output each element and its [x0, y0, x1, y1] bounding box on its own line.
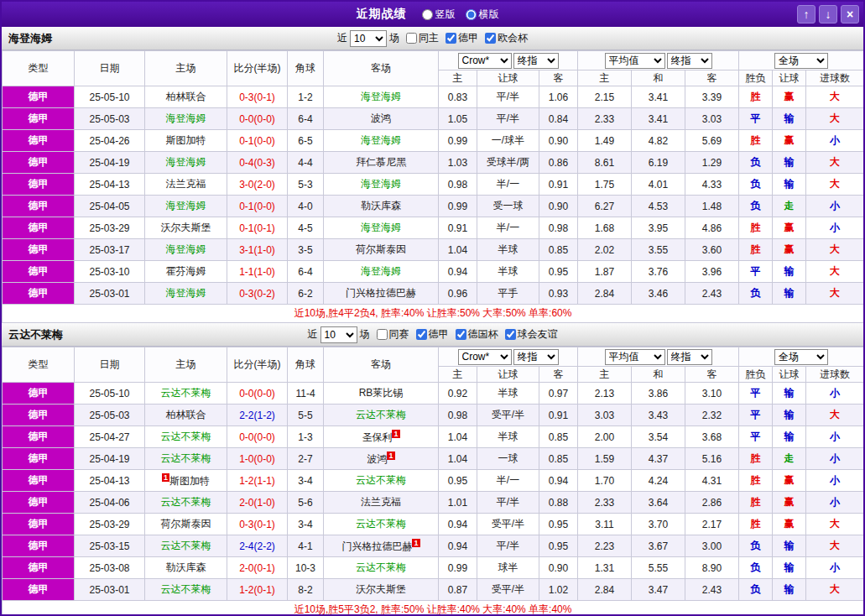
date-cell: 25-04-06: [75, 492, 145, 514]
match-row: 德甲25-03-01海登海姆0-3(0-2)6-2门兴格拉德巴赫0.96平手0.…: [3, 283, 864, 305]
home-team-cell: 沃尔夫斯堡: [145, 217, 227, 239]
home-odds-cell: 0.92: [439, 383, 477, 405]
team-name-text: 波鸿: [367, 453, 387, 465]
score-cell: 0-4(0-3): [227, 152, 288, 174]
league-cell: 德甲: [3, 217, 75, 239]
home-team-cell: 云达不莱梅: [145, 448, 227, 470]
avg-away-cell: 1.29: [685, 152, 739, 174]
corner-cell: 3-4: [288, 470, 324, 492]
section-header-row: 海登海姆近10场同主德甲欧会杯: [2, 27, 863, 50]
avg-type-select[interactable]: 平均值: [605, 53, 665, 69]
home-team-cell: 海登海姆: [145, 283, 227, 305]
checkbox-同主[interactable]: [406, 33, 417, 44]
checkbox-德国杯[interactable]: [456, 329, 466, 340]
date-cell: 25-03-01: [75, 283, 145, 305]
away-odds-cell: 0.86: [539, 152, 578, 174]
score-cell: 1-2(0-1): [227, 579, 288, 601]
layout-option-horizontal[interactable]: 横版: [466, 8, 499, 22]
league-cell: 德甲: [3, 283, 75, 305]
results-table: 类型日期主场比分(半场)角球客场Crow*终指平均值终指全场主让球客主和客胜负让…: [2, 50, 864, 323]
avg-away-cell: 2.17: [685, 514, 739, 535]
league-cell: 德甲: [3, 492, 75, 514]
goals-result-cell: 大: [806, 514, 864, 535]
avg-stage-select[interactable]: 终指: [667, 349, 712, 365]
handicap-cell: 半/一: [477, 217, 539, 239]
team-name-text: 云达不莱梅: [161, 431, 211, 442]
goals-result-cell: 大: [806, 579, 864, 601]
away-odds-cell: 0.98: [539, 217, 578, 239]
filter-checkbox-球会友谊[interactable]: 球会友谊: [505, 327, 558, 342]
goals-result-cell: 小: [806, 448, 864, 470]
team-name-text: 海登海姆: [166, 243, 206, 255]
home-team-cell: 云达不莱梅: [145, 426, 227, 448]
home-odds-cell: 0.91: [439, 217, 477, 239]
league-cell: 德甲: [3, 86, 75, 108]
match-row: 德甲25-03-10霍芬海姆1-1(1-0)6-4海登海姆0.94半球0.951…: [3, 261, 864, 283]
home-team-cell: 海登海姆: [145, 239, 227, 261]
away-team-cell: 法兰克福: [324, 492, 439, 514]
outcome-cell: 胜: [739, 514, 773, 535]
odds-stage-select[interactable]: 终指: [513, 349, 559, 365]
handicap-cell: 一/球半: [477, 130, 539, 152]
league-cell: 德甲: [3, 108, 75, 130]
checkbox-同赛[interactable]: [377, 329, 388, 340]
date-cell: 25-04-13: [75, 470, 145, 492]
goals-result-cell: 大: [806, 152, 864, 174]
odds-source-select[interactable]: Crow*: [458, 349, 512, 365]
checkbox-球会友谊[interactable]: [505, 329, 516, 340]
score-cell: 0-3(0-1): [227, 514, 288, 535]
sub-header: 主: [439, 367, 477, 383]
col-header: 客场: [324, 51, 439, 86]
filter-checkbox-德国杯[interactable]: 德国杯: [456, 327, 498, 342]
handicap-result-cell: 赢: [773, 130, 806, 152]
filter-checkbox-同赛[interactable]: 同赛: [377, 327, 409, 342]
result-scope-select[interactable]: 全场: [774, 349, 828, 365]
recent-count-select[interactable]: 10: [320, 326, 357, 343]
result-scope-select[interactable]: 全场: [774, 53, 828, 69]
outcome-cell: 平: [739, 261, 773, 283]
team-name-text: 沃尔夫斯堡: [356, 583, 406, 595]
layout-option-vertical[interactable]: 竖版: [422, 8, 456, 22]
home-team-cell: 柏林联合: [145, 405, 227, 426]
away-odds-cell: 0.84: [539, 108, 578, 130]
handicap-result-cell: 输: [773, 579, 806, 601]
avg-away-cell: 1.48: [685, 196, 739, 217]
layout-radio[interactable]: [466, 9, 477, 20]
odds-source-select[interactable]: Crow*: [458, 53, 512, 69]
close-icon[interactable]: ×: [841, 5, 859, 23]
near-label: 近: [308, 327, 318, 342]
league-cell: 德甲: [3, 383, 75, 405]
odds-stage-select[interactable]: 终指: [513, 53, 559, 69]
checkbox-德甲[interactable]: [416, 329, 427, 340]
team-name-text: 勒沃库森: [166, 561, 206, 573]
checkbox-欧会杯[interactable]: [485, 33, 496, 44]
team-name-text: 法兰克福: [166, 178, 206, 190]
titlebar: 近期战绩 竖版 横版 ↑ ↓ ×: [2, 2, 863, 27]
home-odds-cell: 0.96: [439, 283, 477, 305]
date-cell: 25-04-13: [75, 174, 145, 196]
avg-home-cell: 1.31: [578, 557, 632, 579]
scroll-up-button[interactable]: ↑: [797, 5, 815, 23]
filter-checkbox-德甲[interactable]: 德甲: [446, 31, 478, 45]
team-name-text: 门兴格拉德巴赫: [341, 540, 412, 552]
filter-checkbox-同主[interactable]: 同主: [406, 31, 439, 45]
team-name-text: 沃尔夫斯堡: [161, 222, 211, 233]
outcome-cell: 负: [739, 152, 773, 174]
avg-away-cell: 8.90: [685, 557, 739, 579]
layout-radio-label: 竖版: [435, 8, 456, 22]
avg-home-cell: 1.87: [578, 261, 632, 283]
filter-checkbox-德甲[interactable]: 德甲: [416, 327, 449, 342]
date-cell: 25-03-10: [75, 261, 145, 283]
layout-radio[interactable]: [422, 9, 433, 20]
avg-stage-select[interactable]: 终指: [667, 53, 712, 69]
scroll-down-button[interactable]: ↓: [819, 5, 837, 23]
team-name-text: 斯图加特: [166, 134, 206, 146]
away-odds-cell: 0.88: [539, 492, 578, 514]
score-cell: 0-3(0-1): [227, 86, 288, 108]
recent-count-select[interactable]: 10: [350, 30, 387, 47]
avg-type-select[interactable]: 平均值: [605, 349, 665, 365]
outcome-cell: 负: [739, 557, 773, 579]
filter-checkbox-欧会杯[interactable]: 欧会杯: [485, 31, 528, 45]
checkbox-德甲[interactable]: [446, 33, 456, 44]
match-row: 德甲25-05-03柏林联合2-2(1-2)5-5云达不莱梅0.98受平/半0.…: [3, 405, 864, 426]
